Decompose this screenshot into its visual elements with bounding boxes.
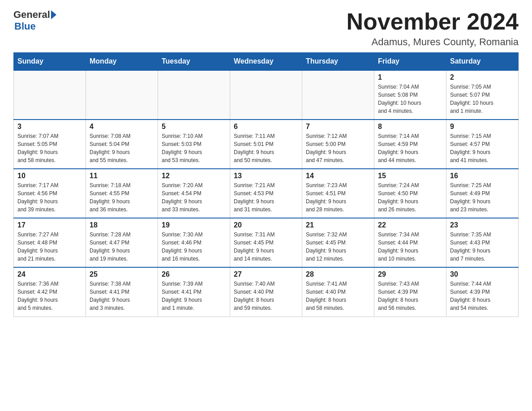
calendar-cell: 23Sunrise: 7:35 AM Sunset: 4:43 PM Dayli… (446, 218, 519, 267)
calendar-cell: 22Sunrise: 7:34 AM Sunset: 4:44 PM Dayli… (374, 218, 446, 267)
weekday-header-thursday: Thursday (302, 53, 374, 71)
calendar-cell: 3Sunrise: 7:07 AM Sunset: 5:05 PM Daylig… (14, 120, 86, 169)
weekday-header-wednesday: Wednesday (230, 53, 302, 71)
calendar-table: SundayMondayTuesdayWednesdayThursdayFrid… (13, 52, 519, 317)
calendar-cell: 28Sunrise: 7:41 AM Sunset: 4:40 PM Dayli… (302, 267, 374, 317)
day-number: 25 (90, 270, 154, 278)
weekday-header-saturday: Saturday (446, 53, 519, 71)
day-info: Sunrise: 7:20 AM Sunset: 4:54 PM Dayligh… (162, 181, 226, 214)
day-number: 29 (378, 270, 442, 278)
calendar-cell: 4Sunrise: 7:08 AM Sunset: 5:04 PM Daylig… (86, 120, 158, 169)
day-number: 9 (450, 123, 515, 131)
day-number: 11 (90, 172, 154, 180)
calendar-cell: 15Sunrise: 7:24 AM Sunset: 4:50 PM Dayli… (374, 169, 446, 218)
day-number: 27 (234, 270, 298, 278)
calendar-cell: 10Sunrise: 7:17 AM Sunset: 4:56 PM Dayli… (14, 169, 86, 218)
day-number: 30 (450, 270, 515, 278)
day-info: Sunrise: 7:23 AM Sunset: 4:51 PM Dayligh… (306, 181, 370, 214)
day-info: Sunrise: 7:31 AM Sunset: 4:45 PM Dayligh… (234, 231, 298, 263)
logo-general-text: General (13, 9, 50, 21)
day-info: Sunrise: 7:10 AM Sunset: 5:03 PM Dayligh… (162, 132, 226, 164)
weekday-header-tuesday: Tuesday (158, 53, 230, 71)
day-info: Sunrise: 7:24 AM Sunset: 4:50 PM Dayligh… (378, 181, 442, 214)
week-row-5: 24Sunrise: 7:36 AM Sunset: 4:42 PM Dayli… (14, 267, 519, 317)
day-number: 28 (306, 270, 370, 278)
calendar-cell: 13Sunrise: 7:21 AM Sunset: 4:53 PM Dayli… (230, 169, 302, 218)
calendar-cell: 24Sunrise: 7:36 AM Sunset: 4:42 PM Dayli… (14, 267, 86, 317)
day-number: 15 (378, 172, 442, 180)
day-number: 2 (450, 73, 515, 81)
day-info: Sunrise: 7:04 AM Sunset: 5:08 PM Dayligh… (378, 83, 442, 115)
day-info: Sunrise: 7:17 AM Sunset: 4:56 PM Dayligh… (17, 181, 82, 214)
day-info: Sunrise: 7:44 AM Sunset: 4:39 PM Dayligh… (450, 280, 515, 312)
day-info: Sunrise: 7:08 AM Sunset: 5:04 PM Dayligh… (90, 132, 154, 164)
calendar-cell: 18Sunrise: 7:28 AM Sunset: 4:47 PM Dayli… (86, 218, 158, 267)
weekday-header-sunday: Sunday (14, 53, 86, 71)
calendar-cell: 17Sunrise: 7:27 AM Sunset: 4:48 PM Dayli… (14, 218, 86, 267)
day-info: Sunrise: 7:36 AM Sunset: 4:42 PM Dayligh… (17, 280, 82, 312)
logo-blue-text: Blue (14, 21, 36, 32)
day-number: 19 (162, 221, 226, 229)
calendar-cell (86, 70, 158, 120)
weekday-header-friday: Friday (374, 53, 446, 71)
day-number: 14 (306, 172, 370, 180)
day-info: Sunrise: 7:28 AM Sunset: 4:47 PM Dayligh… (90, 231, 154, 263)
calendar-cell: 1Sunrise: 7:04 AM Sunset: 5:08 PM Daylig… (374, 70, 446, 120)
day-info: Sunrise: 7:11 AM Sunset: 5:01 PM Dayligh… (234, 132, 298, 164)
day-number: 23 (450, 221, 515, 229)
calendar-cell: 6Sunrise: 7:11 AM Sunset: 5:01 PM Daylig… (230, 120, 302, 169)
day-info: Sunrise: 7:40 AM Sunset: 4:40 PM Dayligh… (234, 280, 298, 312)
day-number: 6 (234, 123, 298, 131)
title-area: November 2024 Adamus, Mures County, Roma… (347, 9, 519, 48)
day-info: Sunrise: 7:34 AM Sunset: 4:44 PM Dayligh… (378, 231, 442, 263)
calendar-cell: 16Sunrise: 7:25 AM Sunset: 4:49 PM Dayli… (446, 169, 519, 218)
day-number: 17 (17, 221, 82, 229)
day-info: Sunrise: 7:07 AM Sunset: 5:05 PM Dayligh… (17, 132, 82, 164)
day-number: 3 (17, 123, 82, 131)
day-number: 24 (17, 270, 82, 278)
day-info: Sunrise: 7:35 AM Sunset: 4:43 PM Dayligh… (450, 231, 515, 263)
week-row-3: 10Sunrise: 7:17 AM Sunset: 4:56 PM Dayli… (14, 169, 519, 218)
day-info: Sunrise: 7:32 AM Sunset: 4:45 PM Dayligh… (306, 231, 370, 263)
day-number: 18 (90, 221, 154, 229)
week-row-2: 3Sunrise: 7:07 AM Sunset: 5:05 PM Daylig… (14, 120, 519, 169)
calendar-cell (158, 70, 230, 120)
day-info: Sunrise: 7:41 AM Sunset: 4:40 PM Dayligh… (306, 280, 370, 312)
calendar-cell: 25Sunrise: 7:38 AM Sunset: 4:41 PM Dayli… (86, 267, 158, 317)
calendar-cell: 2Sunrise: 7:05 AM Sunset: 5:07 PM Daylig… (446, 70, 519, 120)
calendar-cell: 7Sunrise: 7:12 AM Sunset: 5:00 PM Daylig… (302, 120, 374, 169)
day-number: 7 (306, 123, 370, 131)
day-number: 20 (234, 221, 298, 229)
day-number: 13 (234, 172, 298, 180)
calendar-cell: 27Sunrise: 7:40 AM Sunset: 4:40 PM Dayli… (230, 267, 302, 317)
day-info: Sunrise: 7:12 AM Sunset: 5:00 PM Dayligh… (306, 132, 370, 164)
day-info: Sunrise: 7:43 AM Sunset: 4:39 PM Dayligh… (378, 280, 442, 312)
calendar-cell: 26Sunrise: 7:39 AM Sunset: 4:41 PM Dayli… (158, 267, 230, 317)
calendar-cell: 14Sunrise: 7:23 AM Sunset: 4:51 PM Dayli… (302, 169, 374, 218)
day-info: Sunrise: 7:05 AM Sunset: 5:07 PM Dayligh… (450, 83, 515, 115)
logo: General Blue (13, 9, 57, 32)
day-info: Sunrise: 7:38 AM Sunset: 4:41 PM Dayligh… (90, 280, 154, 312)
day-info: Sunrise: 7:21 AM Sunset: 4:53 PM Dayligh… (234, 181, 298, 214)
calendar-cell (14, 70, 86, 120)
day-number: 4 (90, 123, 154, 131)
calendar-cell: 21Sunrise: 7:32 AM Sunset: 4:45 PM Dayli… (302, 218, 374, 267)
day-number: 21 (306, 221, 370, 229)
weekday-header-row: SundayMondayTuesdayWednesdayThursdayFrid… (14, 53, 519, 71)
day-number: 22 (378, 221, 442, 229)
calendar-cell: 5Sunrise: 7:10 AM Sunset: 5:03 PM Daylig… (158, 120, 230, 169)
day-info: Sunrise: 7:15 AM Sunset: 4:57 PM Dayligh… (450, 132, 515, 164)
weekday-header-monday: Monday (86, 53, 158, 71)
day-number: 16 (450, 172, 515, 180)
calendar-cell (230, 70, 302, 120)
day-number: 26 (162, 270, 226, 278)
week-row-1: 1Sunrise: 7:04 AM Sunset: 5:08 PM Daylig… (14, 70, 519, 120)
location-title: Adamus, Mures County, Romania (347, 36, 519, 48)
calendar-cell: 30Sunrise: 7:44 AM Sunset: 4:39 PM Dayli… (446, 267, 519, 317)
calendar-cell: 9Sunrise: 7:15 AM Sunset: 4:57 PM Daylig… (446, 120, 519, 169)
month-title: November 2024 (347, 9, 519, 34)
calendar-cell: 19Sunrise: 7:30 AM Sunset: 4:46 PM Dayli… (158, 218, 230, 267)
day-info: Sunrise: 7:18 AM Sunset: 4:55 PM Dayligh… (90, 181, 154, 214)
day-info: Sunrise: 7:25 AM Sunset: 4:49 PM Dayligh… (450, 181, 515, 214)
day-info: Sunrise: 7:27 AM Sunset: 4:48 PM Dayligh… (17, 231, 82, 263)
